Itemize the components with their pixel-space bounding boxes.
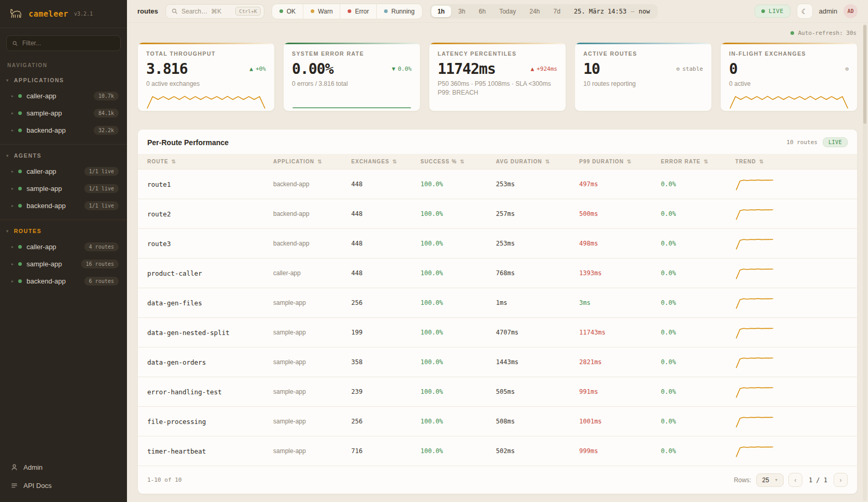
table-row[interactable]: route3 backend-app 448 100.0% 253ms 498m… (138, 229, 857, 259)
group-label: AGENTS (14, 152, 42, 159)
chevron-right-icon: ▸ (11, 128, 14, 133)
col-header-exchanges[interactable]: EXCHANGES⇅ (351, 154, 420, 170)
filter-input[interactable] (22, 40, 115, 47)
col-header-route[interactable]: ROUTE⇅ (138, 154, 273, 170)
exchanges: 448 (351, 199, 420, 229)
range-today[interactable]: Today (493, 6, 522, 17)
table-row[interactable]: data-gen-files sample-app 256 100.0% 1ms… (138, 288, 857, 318)
rows-per-page-select[interactable]: 25 ▾ (756, 473, 784, 487)
exchanges: 448 (351, 170, 420, 199)
link-label: Admin (23, 464, 43, 471)
col-header-avg-duration[interactable]: AVG DURATION⇅ (496, 154, 579, 170)
item-badge: 16 routes (81, 260, 119, 268)
chevron-right-icon: ▸ (11, 111, 14, 115)
application: sample-app (273, 436, 351, 466)
sidebar-item-routes-sample-app[interactable]: ▸ sample-app 16 routes (0, 255, 127, 273)
sidebar-link-admin[interactable]: Admin (8, 459, 119, 475)
kpi-value: 3.816 (146, 60, 187, 78)
p99-duration: 3ms (579, 288, 661, 318)
application: sample-app (273, 377, 351, 407)
prev-page-button[interactable]: ‹ (788, 473, 802, 487)
p99-duration: 1001ms (579, 407, 661, 436)
error-rate: 0.0% (661, 229, 735, 259)
group-label: APPLICATIONS (14, 77, 65, 83)
time-range-display[interactable]: 25. März 14:53 – now (568, 8, 656, 15)
next-page-button[interactable]: › (834, 473, 848, 487)
range-3h[interactable]: 3h (452, 6, 471, 17)
theme-toggle-button[interactable]: ☾ (797, 4, 813, 19)
exchanges: 239 (351, 377, 420, 407)
sidebar-link-api-docs[interactable]: API Docs (8, 478, 119, 494)
success-rate: 100.0% (420, 347, 496, 377)
sidebar-item-sample-app[interactable]: ▸ sample-app 84.1k (0, 105, 127, 122)
filter-chip-running[interactable]: Running (376, 4, 422, 19)
filter-chip-ok[interactable]: OK (272, 4, 303, 19)
kpi-value: 0 (729, 60, 737, 78)
application: backend-app (273, 199, 351, 229)
error-dot-icon (348, 9, 351, 13)
table-row[interactable]: timer-heartbeat sample-app 716 100.0% 50… (138, 436, 857, 466)
filter-chip-error[interactable]: Error (340, 4, 376, 19)
chip-label: Running (391, 8, 415, 15)
col-header-success[interactable]: SUCCESS %⇅ (420, 154, 496, 170)
item-badge: 4 routes (84, 242, 119, 251)
filter-chip-warn[interactable]: Warn (303, 4, 340, 19)
sidebar-item-backend-app[interactable]: ▸ backend-app 32.2k (0, 122, 127, 139)
time-separator: – (631, 8, 634, 15)
group-header-applications[interactable]: ▾ APPLICATIONS (0, 72, 127, 87)
success-rate: 100.0% (420, 377, 496, 407)
group-header-routes[interactable]: ▾ ROUTES (0, 223, 127, 238)
col-header-trend[interactable]: TREND⇅ (735, 154, 857, 170)
group-header-agents[interactable]: ▾ AGENTS (0, 148, 127, 163)
range-6h[interactable]: 6h (473, 6, 492, 17)
exchanges: 448 (351, 259, 420, 288)
table-row[interactable]: product-caller caller-app 448 100.0% 768… (138, 259, 857, 288)
table-row[interactable]: data-gen-orders sample-app 358 100.0% 14… (138, 347, 857, 377)
main-area: routes Ctrl+K OK Warn Error Ru (127, 0, 868, 502)
sidebar-item-routes-caller-app[interactable]: ▸ caller-app 4 routes (0, 238, 127, 255)
item-label: backend-app (27, 202, 66, 210)
scrollbar[interactable] (863, 24, 867, 501)
sidebar-item-caller-app[interactable]: ▸ caller-app 10.7k (0, 87, 127, 105)
sidebar-item-routes-backend-app[interactable]: ▸ backend-app 6 routes (0, 273, 127, 290)
success-rate: 100.0% (420, 170, 496, 199)
scrollbar-thumb[interactable] (863, 25, 866, 124)
chevron-right-icon: ▸ (11, 262, 14, 266)
global-search[interactable]: Ctrl+K (165, 4, 264, 19)
range-1h[interactable]: 1h (431, 6, 451, 17)
sidebar-item-agent-caller-app[interactable]: ▸ caller-app 1/1 live (0, 163, 127, 180)
trend-sparkline (735, 414, 774, 429)
chevron-right-icon: ▸ (11, 186, 14, 191)
sidebar-item-agent-backend-app[interactable]: ▸ backend-app 1/1 live (0, 197, 127, 214)
col-header-error-rate[interactable]: ERROR RATE⇅ (661, 154, 735, 170)
sidebar-filter[interactable] (6, 35, 121, 51)
table-row[interactable]: file-processing sample-app 256 100.0% 50… (138, 407, 857, 436)
live-status-badge[interactable]: LIVE (755, 5, 790, 18)
error-rate-sparkline (292, 93, 412, 110)
range-24h[interactable]: 24h (523, 6, 546, 17)
table-row[interactable]: error-handling-test sample-app 239 100.0… (138, 377, 857, 407)
kpi-total-throughput: TOTAL THROUGHPUT 3.816 ▲ +0% 0 active ex… (137, 42, 275, 111)
sidebar-item-agent-sample-app[interactable]: ▸ sample-app 1/1 live (0, 180, 127, 197)
page-indicator: 1 / 1 (807, 477, 829, 484)
col-header-p99-duration[interactable]: P99 DURATION⇅ (579, 154, 661, 170)
nav-group-routes: ▾ ROUTES ▸ caller-app 4 routes ▸ sample-… (0, 220, 127, 295)
route-name: data-gen-orders (138, 347, 273, 377)
application: caller-app (273, 259, 351, 288)
chevron-right-icon: ▸ (11, 203, 14, 208)
avatar[interactable]: AD (844, 4, 858, 18)
table-row[interactable]: data-gen-nested-split sample-app 199 100… (138, 318, 857, 347)
col-header-application[interactable]: APPLICATION⇅ (273, 154, 351, 170)
range-7d[interactable]: 7d (547, 6, 566, 17)
kpi-subtitle: 0 active exchanges (146, 80, 266, 88)
search-input[interactable] (182, 8, 232, 15)
table-row[interactable]: route1 backend-app 448 100.0% 253ms 497m… (138, 170, 857, 199)
kpi-system-error-rate: SYSTEM ERROR RATE 0.00% ▼ 0.0% 0 errors … (283, 42, 420, 111)
table-row[interactable]: route2 backend-app 448 100.0% 257ms 500m… (138, 199, 857, 229)
kpi-title: LATENCY PERCENTILES (438, 50, 557, 57)
exchanges: 716 (351, 436, 420, 466)
item-badge: 84.1k (94, 109, 119, 118)
brand: cameleer v3.2.1 (0, 0, 127, 28)
kpi-value: 11742ms (438, 60, 495, 78)
card-accent-bar (575, 43, 711, 44)
